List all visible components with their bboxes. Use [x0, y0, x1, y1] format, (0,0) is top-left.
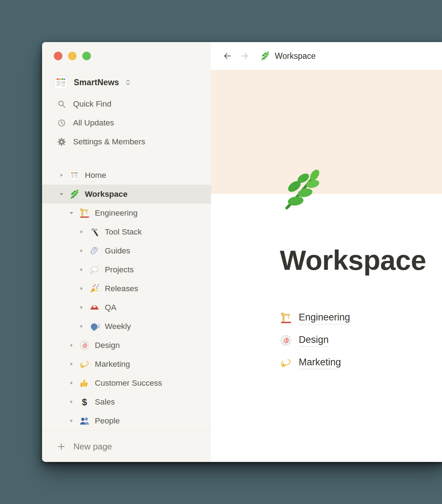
fish-cake-icon — [280, 334, 292, 346]
chevron-right-icon[interactable] — [76, 284, 86, 294]
chevron-right-icon[interactable] — [66, 378, 76, 388]
page-title: Workspace — [280, 244, 442, 277]
forward-button[interactable] — [239, 50, 250, 62]
herb-icon — [260, 51, 270, 61]
chevron-right-icon[interactable] — [66, 397, 76, 407]
gear-icon — [56, 137, 67, 147]
crane-icon — [79, 207, 90, 219]
chevron-right-icon[interactable] — [76, 265, 86, 275]
sidebar-item-weekly[interactable]: Weekly — [42, 317, 211, 336]
page-body: Workspace Engineering Design Marketing — [211, 194, 442, 374]
window-controls — [42, 42, 211, 60]
sidebar-item-sales[interactable]: Sales — [42, 392, 211, 411]
close-window-button[interactable] — [54, 52, 62, 60]
newspaper-icon — [69, 170, 80, 181]
sidebar-item-customer-success[interactable]: Customer Success — [42, 374, 211, 392]
sidebar-item-releases[interactable]: Releases — [42, 279, 211, 298]
arrow-left-icon — [222, 51, 232, 61]
sidebar-item-workspace[interactable]: Workspace — [42, 185, 211, 204]
page-cover — [211, 70, 442, 194]
search-icon — [56, 99, 67, 109]
chevron-right-icon[interactable] — [76, 303, 86, 313]
chevron-up-down-icon — [123, 78, 133, 87]
arrow-right-icon — [240, 51, 250, 61]
breadcrumb[interactable]: Workspace — [275, 51, 316, 61]
main-pane: Workspace Workspace Engineering Design M… — [211, 42, 442, 462]
party-popper-icon — [89, 283, 100, 294]
page-herb-icon[interactable] — [280, 167, 325, 212]
hammer-icon — [89, 226, 100, 238]
chevron-down-icon[interactable] — [56, 189, 66, 199]
sidebar-item-design[interactable]: Design — [42, 336, 211, 355]
dollar-icon — [79, 396, 90, 408]
chevron-right-icon[interactable] — [76, 246, 86, 256]
sidebar-item-projects[interactable]: Projects — [42, 260, 211, 279]
crane-icon — [280, 312, 292, 324]
newspaper-app-icon — [54, 75, 68, 89]
workspace-switcher[interactable]: SmartNews — [42, 75, 211, 89]
chevron-right-icon[interactable] — [76, 227, 86, 237]
clock-icon — [56, 118, 67, 128]
speaking-head-icon — [89, 321, 100, 332]
chevron-right-icon[interactable] — [66, 359, 76, 369]
sidebar-item-qa[interactable]: QA — [42, 298, 211, 317]
page-link-engineering[interactable]: Engineering — [280, 307, 442, 329]
herb-icon — [69, 189, 80, 200]
chevron-down-icon[interactable] — [66, 208, 76, 218]
workspace-switcher-name: SmartNews — [74, 78, 119, 87]
shooting-star-icon — [79, 359, 90, 370]
sidebar-item-settings-members[interactable]: Settings & Members — [42, 132, 211, 151]
sidebar: SmartNews Quick Find All Updates Setting… — [42, 42, 211, 462]
sidebar-item-engineering[interactable]: Engineering — [42, 204, 211, 222]
page-link-marketing[interactable]: Marketing — [280, 352, 442, 374]
back-button[interactable] — [222, 50, 233, 62]
page-tree: Home Workspace Engineering Tool Stack — [42, 166, 211, 430]
zoom-window-button[interactable] — [82, 52, 91, 60]
chevron-right-icon[interactable] — [66, 340, 76, 350]
app-window: SmartNews Quick Find All Updates Setting… — [42, 42, 442, 462]
plus-icon — [56, 442, 66, 452]
busts-icon — [79, 415, 90, 427]
thought-balloon-icon — [89, 264, 100, 276]
topbar: Workspace — [211, 42, 442, 70]
thumbs-up-icon — [79, 377, 90, 389]
chevron-right-icon[interactable] — [76, 322, 86, 331]
chevron-right-icon[interactable] — [66, 416, 76, 426]
rescue-helmet-icon — [89, 302, 100, 313]
fish-cake-icon — [79, 340, 90, 351]
sidebar-item-guides[interactable]: Guides — [42, 241, 211, 260]
new-page-button[interactable]: New page — [42, 431, 211, 462]
sidebar-item-marketing[interactable]: Marketing — [42, 355, 211, 374]
sidebar-item-people[interactable]: People — [42, 411, 211, 430]
sidebar-item-home[interactable]: Home — [42, 166, 211, 185]
paperclip-icon — [89, 245, 100, 257]
sidebar-menu: Quick Find All Updates Settings & Member… — [42, 94, 211, 151]
sidebar-item-all-updates[interactable]: All Updates — [42, 113, 211, 132]
minimize-window-button[interactable] — [68, 52, 77, 60]
page-link-design[interactable]: Design — [280, 329, 442, 352]
shooting-star-icon — [280, 357, 292, 369]
sidebar-item-tool-stack[interactable]: Tool Stack — [42, 222, 211, 241]
child-page-links: Engineering Design Marketing — [280, 307, 442, 374]
sidebar-item-quick-find[interactable]: Quick Find — [42, 94, 211, 113]
chevron-right-icon[interactable] — [56, 170, 66, 180]
